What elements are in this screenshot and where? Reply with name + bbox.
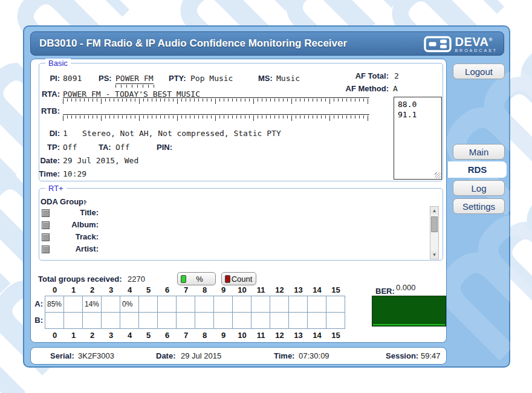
ms-value: Music	[276, 74, 300, 83]
rtplus-fields: Title:Album:Track:Artist:	[31, 208, 418, 256]
group-col-header: 11	[251, 285, 270, 294]
rta-label: RTA:	[31, 89, 60, 99]
group-cell	[195, 296, 214, 312]
ps-ruler	[115, 85, 155, 88]
deva-watermark-icon	[441, 226, 532, 349]
group-col-header: 4	[120, 331, 139, 340]
logo-text: DEVA® BROADCAST	[455, 36, 498, 53]
group-col-header: 9	[214, 285, 233, 294]
rta-line: POWER FM - TODAY'S BEST MUSIC	[63, 88, 369, 98]
rtplus-field-label: Track:	[49, 232, 99, 241]
session-label: Session:	[386, 351, 418, 360]
group-col-header: 1	[64, 331, 83, 340]
group-col-header: 7	[177, 285, 195, 294]
session-value: 59:47	[421, 351, 441, 360]
rtb-label: RTB:	[31, 106, 60, 115]
group-col-header: 6	[158, 331, 177, 340]
af-list[interactable]: 88.0 91.1	[394, 97, 442, 180]
group-cell	[214, 296, 233, 312]
rtplus-field-label: Artist:	[49, 244, 99, 253]
tab-settings[interactable]: Settings	[453, 198, 505, 214]
footer-time-value: 07:30:09	[299, 351, 329, 360]
pi-label: PI:	[31, 74, 60, 83]
ber-graph	[372, 296, 446, 326]
group-cell	[289, 296, 308, 312]
group-cell	[308, 313, 326, 328]
af-total-value: 2	[394, 71, 399, 80]
tab-main[interactable]: Main	[453, 144, 505, 160]
group-cell	[139, 296, 158, 312]
pi-value: 8091	[63, 74, 82, 83]
group-cell	[158, 296, 177, 312]
group-cell	[158, 313, 177, 328]
group-cell	[326, 296, 345, 312]
group-col-header: 0	[45, 331, 64, 340]
group-row-a: 85%14%0%	[45, 296, 345, 313]
rtplus-scrollbar[interactable]: ▲ ▼	[430, 206, 439, 259]
tp-label: TP:	[31, 143, 60, 152]
group-cell	[177, 296, 195, 312]
scrollbar-thumb[interactable]	[431, 216, 438, 232]
ms-label: MS:	[258, 74, 273, 83]
pty-label: PTY:	[169, 74, 186, 83]
serial-value: 3K2F3003	[78, 351, 114, 360]
tab-rds-active[interactable]: RDS	[448, 161, 507, 178]
group-col-header: 8	[195, 285, 214, 294]
group-cell	[120, 313, 139, 328]
scroll-down-icon[interactable]: ▼	[430, 251, 438, 259]
logo-brand: DEVA	[455, 35, 488, 48]
main-content: Basic PI: 8091 PS: POWER FM PTY: Pop Mus…	[30, 59, 447, 343]
rtb-line	[63, 105, 369, 115]
time-value: 10:29	[63, 169, 86, 178]
ta-value: Off	[115, 143, 129, 152]
percent-button[interactable]: %	[177, 272, 216, 285]
group-col-header: 2	[83, 331, 102, 340]
pin-label: PIN:	[157, 143, 172, 152]
deva-logo: DEVA® BROADCAST	[424, 36, 498, 53]
rtb-ruler	[63, 115, 369, 121]
footer-date-value: 29 Jul 2015	[181, 351, 221, 360]
group-col-header: 12	[270, 331, 289, 340]
group-cell	[64, 313, 83, 328]
logout-button[interactable]: Logout	[453, 63, 505, 79]
date-value: 29 Jul 2015, Wed	[63, 156, 138, 165]
status-bar: Serial: 3K2F3003 Date: 29 Jul 2015 Time:…	[30, 347, 447, 365]
group-col-header: 3	[102, 285, 120, 294]
group-row-b	[45, 313, 345, 329]
group-cell	[177, 313, 195, 328]
count-button[interactable]: Count	[221, 272, 256, 285]
group-cell	[83, 313, 102, 328]
group-col-header: 6	[158, 285, 177, 294]
group-cell: 85%	[45, 296, 64, 312]
group-col-header: 10	[233, 331, 251, 340]
group-grid-header-bottom: 0123456789101112131415	[45, 331, 345, 340]
rtplus-field-row: Track:	[31, 232, 418, 244]
row-b-label: B:	[31, 316, 43, 325]
tab-log[interactable]: Log	[453, 180, 505, 196]
group-cell	[308, 296, 326, 312]
group-col-header: 5	[139, 331, 158, 340]
green-led-icon	[181, 275, 186, 283]
rtplus-legend: RT+	[45, 184, 66, 193]
group-cell	[270, 313, 289, 328]
group-cell	[64, 296, 83, 312]
group-col-header: 13	[289, 285, 308, 294]
app-panel: DB3010 - FM Radio & IP Audio Confidence …	[23, 25, 510, 368]
di-value: 1	[63, 129, 68, 138]
pty-value: Pop Music	[190, 74, 233, 83]
title-bar: DB3010 - FM Radio & IP Audio Confidence …	[30, 31, 504, 56]
count-button-label: Count	[230, 274, 256, 284]
group-col-header: 0	[45, 285, 64, 294]
group-col-header: 13	[289, 331, 308, 340]
group-col-header: 4	[120, 285, 139, 294]
group-cell	[251, 313, 270, 328]
tp-value: Off	[63, 143, 77, 152]
group-cell	[102, 296, 120, 312]
di-label: DI:	[31, 129, 60, 138]
rtplus-field-row: Album:	[31, 220, 418, 232]
scroll-up-icon[interactable]: ▲	[430, 207, 438, 215]
group-cell	[102, 313, 120, 328]
di-description: Stereo, Not AH, Not compressed, Static P…	[82, 129, 281, 138]
group-col-header: 11	[251, 331, 270, 340]
oda-group-label: ODA Group:	[41, 197, 86, 206]
